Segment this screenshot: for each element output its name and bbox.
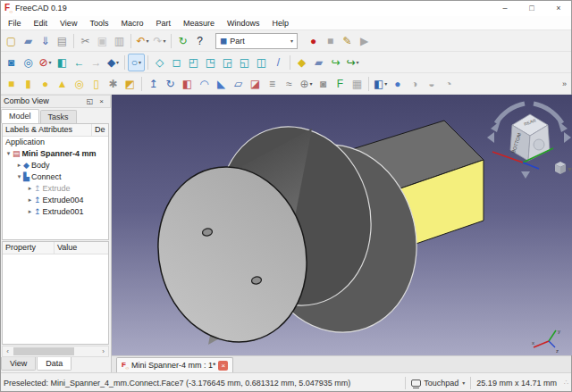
macro-edit-icon[interactable]: ✎: [339, 32, 356, 50]
minimize-button[interactable]: –: [492, 0, 518, 16]
menu-item-file[interactable]: File: [2, 16, 28, 30]
cut-icon[interactable]: ◔: [440, 75, 457, 93]
macro-execute-icon[interactable]: ▶: [356, 32, 373, 50]
tree-item-document[interactable]: ▾ ▤ Mini Spanner-4 mm: [3, 148, 108, 160]
primitives-icon[interactable]: ◩: [122, 75, 139, 93]
create-group-icon[interactable]: ▰: [310, 54, 327, 71]
workbench-selector[interactable]: ◼ Part ▾: [215, 33, 298, 49]
expander-icon[interactable]: ▾: [15, 173, 23, 180]
3d-viewport[interactable]: REAR BOTTOM: [112, 95, 572, 355]
nav-right-arrow-icon[interactable]: [564, 132, 571, 143]
boolean-icon[interactable]: ●: [389, 75, 406, 93]
tube-icon[interactable]: ▯: [88, 75, 105, 93]
fit-all-icon[interactable]: ◙: [3, 54, 20, 71]
close-panel-icon[interactable]: ×: [96, 97, 107, 105]
tree-root-application[interactable]: Application: [3, 137, 108, 148]
measure-linear-icon[interactable]: /: [270, 54, 287, 71]
tab-model[interactable]: Model: [1, 109, 39, 123]
union-icon[interactable]: ◑: [406, 75, 423, 93]
tab-view[interactable]: View: [1, 357, 36, 371]
scrollbar-thumb[interactable]: [13, 347, 74, 355]
expander-icon[interactable]: ▾: [4, 150, 13, 157]
3d-viewport-canvas[interactable]: REAR BOTTOM: [112, 95, 572, 355]
clipping-icon[interactable]: ⊘▾: [37, 54, 54, 71]
refresh-icon[interactable]: ↻: [174, 32, 191, 50]
tree-item-extrude001[interactable]: ▸ ↥ Extrude001: [3, 206, 108, 218]
macro-stop-icon[interactable]: ■: [322, 32, 339, 50]
open-file-icon[interactable]: ▰: [20, 32, 37, 50]
float-panel-icon[interactable]: ◱: [84, 97, 96, 105]
scroll-right-icon[interactable]: ›: [98, 347, 108, 355]
cross-sections-icon[interactable]: ≈: [281, 75, 298, 93]
nav-cube-menu-icon[interactable]: [555, 162, 572, 174]
expander-icon[interactable]: ▸: [26, 185, 34, 192]
copy-icon[interactable]: ▣: [94, 32, 111, 50]
nav-left-arrow-icon[interactable]: [487, 132, 494, 143]
print-icon[interactable]: ▤: [54, 32, 71, 50]
nav-style-icon[interactable]: ◆▾: [105, 54, 122, 71]
undo-icon[interactable]: ↶▾: [134, 32, 151, 50]
view-right-icon[interactable]: ◳: [202, 54, 219, 71]
shape-builder-icon[interactable]: ✱: [105, 75, 122, 93]
maximize-button[interactable]: □: [518, 0, 545, 16]
document-tab[interactable]: F☼ Mini Spanner-4 mm : 1* ×: [116, 357, 233, 372]
close-tab-icon[interactable]: ×: [218, 361, 228, 371]
fillet-icon[interactable]: ◠: [196, 75, 213, 93]
convert-icon[interactable]: ▦: [349, 75, 366, 93]
ruled-surface-icon[interactable]: ◪: [247, 75, 264, 93]
camera-view-icon[interactable]: ◧: [54, 54, 71, 71]
create-part-icon[interactable]: ◆: [293, 54, 310, 71]
tree-item-connect[interactable]: ▾ ▙ Connect: [3, 171, 108, 183]
nav-back-icon[interactable]: ←: [71, 54, 88, 71]
loft-icon[interactable]: ≡: [264, 75, 281, 93]
revolve-icon[interactable]: ↻: [162, 75, 179, 93]
horizontal-scrollbar[interactable]: ‹ ›: [2, 346, 109, 357]
navigation-cube[interactable]: REAR BOTTOM: [487, 104, 572, 179]
menu-item-edit[interactable]: Edit: [28, 16, 55, 30]
menu-item-measure[interactable]: Measure: [177, 16, 221, 30]
zoom-icon[interactable]: ◎: [20, 54, 37, 71]
tab-data[interactable]: Data: [37, 357, 72, 371]
menu-item-windows[interactable]: Windows: [221, 16, 266, 30]
box-icon[interactable]: ■: [3, 75, 20, 93]
make-link-icon[interactable]: ↪: [327, 54, 344, 71]
intersection-icon[interactable]: ◒: [423, 75, 440, 93]
expander-icon[interactable]: ▸: [26, 196, 34, 204]
view-top-icon[interactable]: ◰: [185, 54, 202, 71]
view-front-icon[interactable]: ◻: [168, 54, 185, 71]
thickness-icon[interactable]: ◙: [315, 75, 332, 93]
new-file-icon[interactable]: ▢: [3, 32, 20, 50]
nav-forward-icon[interactable]: →: [88, 54, 105, 71]
resize-grip-icon[interactable]: ∴: [564, 379, 568, 387]
navigation-style-selector[interactable]: Touchpad ▾: [411, 379, 465, 388]
chamfer-icon[interactable]: ◣: [213, 75, 230, 93]
compound-icon[interactable]: ◧▾: [372, 75, 389, 93]
view-left-icon[interactable]: ◫: [253, 54, 270, 71]
save-icon[interactable]: ⇓: [37, 32, 54, 50]
sphere-icon[interactable]: ●: [37, 75, 54, 93]
make-face-icon[interactable]: ▱: [230, 75, 247, 93]
extrude-icon[interactable]: ↥: [145, 75, 162, 93]
redo-icon[interactable]: ↷▾: [151, 32, 168, 50]
nav-down-arrow-icon[interactable]: [521, 171, 530, 179]
spanner-object[interactable]: [139, 111, 484, 355]
view-bottom-icon[interactable]: ◱: [236, 54, 253, 71]
tree-item-body[interactable]: ▸ ◆ Body: [3, 160, 108, 171]
menu-item-part[interactable]: Part: [149, 16, 177, 30]
paste-icon[interactable]: ▥: [111, 32, 128, 50]
expander-icon[interactable]: ▸: [26, 208, 34, 215]
tab-tasks[interactable]: Tasks: [40, 110, 77, 123]
torus-icon[interactable]: ◎: [71, 75, 88, 93]
cut-icon[interactable]: ✂: [77, 32, 94, 50]
whats-this-icon[interactable]: ?: [191, 32, 208, 50]
toolbar-overflow-icon[interactable]: »: [562, 79, 572, 88]
view-rear-icon[interactable]: ◲: [219, 54, 236, 71]
menu-item-view[interactable]: View: [54, 16, 83, 30]
link-actions-icon[interactable]: ↪▾: [344, 54, 361, 71]
cone-icon[interactable]: ▲: [54, 75, 71, 93]
menu-item-help[interactable]: Help: [265, 16, 295, 30]
offset-icon[interactable]: ⊕▾: [298, 75, 315, 93]
projection-icon[interactable]: F: [332, 75, 349, 93]
tree-item-extrude[interactable]: ▸ ↥ Extrude: [3, 183, 108, 195]
view-axonometric-icon[interactable]: ◇: [151, 54, 168, 71]
